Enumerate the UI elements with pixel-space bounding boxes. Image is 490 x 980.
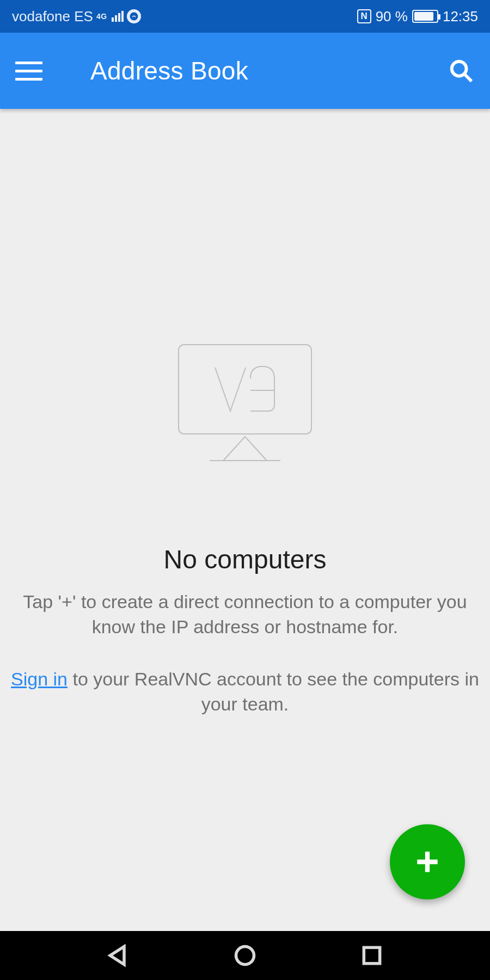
page-title: Address Book	[90, 56, 248, 85]
svg-point-1	[452, 62, 467, 76]
menu-icon[interactable]	[15, 57, 42, 84]
empty-illustration-icon	[177, 343, 313, 463]
clock: 12:35	[443, 8, 478, 25]
app-notification-icon	[127, 9, 141, 23]
svg-rect-3	[179, 345, 311, 434]
svg-line-2	[464, 74, 471, 81]
carrier-label: vodafone ES	[12, 8, 93, 25]
battery-icon	[412, 10, 438, 23]
nfc-icon: N	[357, 9, 371, 23]
status-bar: vodafone ES 4G N 90 % 12:35	[0, 0, 490, 33]
status-left: vodafone ES 4G	[12, 8, 141, 25]
recent-apps-button[interactable]	[358, 942, 385, 969]
signal-icon	[112, 11, 124, 22]
battery-percent: 90 %	[376, 8, 408, 25]
app-bar: Address Book	[0, 33, 490, 109]
system-nav-bar	[0, 931, 490, 980]
svg-marker-7	[110, 947, 124, 965]
content-area: No computers Tap '+' to create a direct …	[0, 109, 490, 931]
plus-icon	[414, 848, 441, 875]
svg-point-8	[236, 947, 254, 965]
empty-state-subtext: Tap '+' to create a direct connection to…	[0, 590, 490, 640]
add-connection-button[interactable]	[390, 824, 465, 899]
search-icon[interactable]	[448, 57, 475, 84]
empty-state-signin-line: Sign in to your RealVNC account to see t…	[0, 667, 490, 717]
home-button[interactable]	[231, 942, 259, 969]
back-button[interactable]	[105, 942, 132, 969]
signin-rest-text: to your RealVNC account to see the compu…	[68, 669, 479, 714]
sign-in-link[interactable]: Sign in	[11, 669, 68, 689]
svg-rect-9	[364, 947, 380, 963]
status-right: N 90 % 12:35	[357, 8, 478, 25]
network-badge: 4G	[96, 13, 107, 20]
empty-state-heading: No computers	[164, 544, 327, 574]
